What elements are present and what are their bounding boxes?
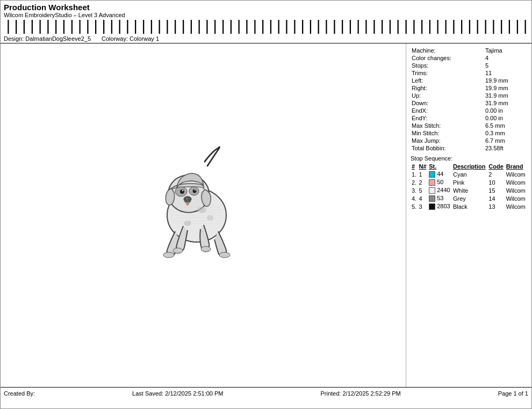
seq-description: Pink bbox=[452, 178, 487, 186]
svg-point-2 bbox=[219, 252, 230, 258]
seq-col-desc: Description bbox=[452, 163, 487, 170]
seq-brand: Wilcom bbox=[505, 186, 527, 194]
dog-illustration bbox=[140, 145, 253, 265]
right-info-panel: Machine: Tajima Color changes: 4 Stops: … bbox=[406, 43, 531, 387]
table-row: 5. 3 2803 Black 13 Wilcom bbox=[411, 202, 527, 210]
seq-col-hash: # bbox=[411, 163, 418, 170]
color-swatch bbox=[429, 171, 435, 178]
max-jump-value: 6.7 mm bbox=[484, 137, 527, 144]
min-stitch-value: 0.3 mm bbox=[484, 129, 527, 137]
stop-sequence-title: Stop Sequence: bbox=[411, 155, 527, 162]
seq-num: 4. bbox=[411, 194, 418, 202]
max-stitch-value: 6.5 mm bbox=[484, 122, 527, 129]
printed: Printed: 2/12/2025 2:52:29 PM bbox=[320, 390, 400, 397]
up-value: 31.9 mm bbox=[484, 92, 527, 99]
left-label: Left: bbox=[411, 77, 484, 84]
sequence-table: # N# St. Description Code Brand 1. 1 44 … bbox=[411, 163, 527, 210]
seq-brand: Wilcom bbox=[505, 194, 527, 202]
stops-label: Stops: bbox=[411, 62, 484, 69]
color-changes-value: 4 bbox=[484, 54, 527, 62]
barcode: ||||||||||||||||||||||||||||||||||||||||… bbox=[4, 19, 532, 34]
design-canvas bbox=[1, 43, 406, 387]
total-bobbin-label: Total Bobbin: bbox=[411, 144, 484, 152]
seq-description: Grey bbox=[452, 194, 487, 202]
svg-point-11 bbox=[186, 198, 188, 200]
seq-description: Cyan bbox=[452, 170, 487, 178]
down-value: 31.9 mm bbox=[484, 99, 527, 107]
color-swatch bbox=[429, 195, 435, 202]
design-label-text: Design: DalmatianDogSleeve2_5 bbox=[4, 35, 91, 42]
seq-code: 14 bbox=[487, 194, 505, 202]
seq-num: 3. bbox=[411, 186, 418, 194]
machine-value: Tajima bbox=[484, 47, 527, 54]
seq-brand: Wilcom bbox=[505, 178, 527, 186]
endx-value: 0.00 in bbox=[484, 107, 527, 114]
down-label: Down: bbox=[411, 99, 484, 107]
page-header: Production Worksheet Wilcom EmbroiderySt… bbox=[1, 1, 531, 43]
seq-description: White bbox=[452, 186, 487, 194]
endx-label: EndX: bbox=[411, 107, 484, 114]
table-row: 3. 5 2440 White 15 Wilcom bbox=[411, 186, 527, 194]
seq-brand: Wilcom bbox=[505, 202, 527, 210]
subtitle: Wilcom EmbroideryStudio – Level 3 Advanc… bbox=[4, 12, 532, 18]
page-title: Production Worksheet bbox=[4, 3, 532, 12]
table-row: 2. 2 50 Pink 10 Wilcom bbox=[411, 178, 527, 186]
max-stitch-label: Max Stitch: bbox=[411, 122, 484, 129]
colorway-label-text: Colorway: Colorway 1 bbox=[102, 35, 159, 42]
seq-code: 2 bbox=[487, 170, 505, 178]
table-row: 4. 4 53 Grey 14 Wilcom bbox=[411, 194, 527, 202]
seq-col-brand: Brand bbox=[505, 163, 527, 170]
color-swatch bbox=[429, 203, 435, 210]
design-value: DalmatianDogSleeve2_5 bbox=[25, 35, 91, 42]
color-changes-label: Color changes: bbox=[411, 54, 484, 62]
machine-info-table: Machine: Tajima Color changes: 4 Stops: … bbox=[411, 47, 527, 152]
seq-st: 53 bbox=[428, 194, 452, 202]
seq-n: 2 bbox=[418, 178, 428, 186]
seq-n: 4 bbox=[418, 194, 428, 202]
endy-label: EndY: bbox=[411, 114, 484, 122]
trims-value: 11 bbox=[484, 69, 527, 77]
svg-point-9 bbox=[195, 189, 196, 191]
seq-num: 5. bbox=[411, 202, 418, 210]
seq-code: 10 bbox=[487, 178, 505, 186]
color-swatch bbox=[429, 179, 435, 186]
machine-label: Machine: bbox=[411, 47, 484, 54]
seq-n: 1 bbox=[418, 170, 428, 178]
right-label: Right: bbox=[411, 84, 484, 92]
seq-col-n: N# bbox=[418, 163, 428, 170]
seq-brand: Wilcom bbox=[505, 170, 527, 178]
page-number: Page 1 of 1 bbox=[498, 390, 528, 397]
design-info: Design: DalmatianDogSleeve2_5 Colorway: … bbox=[4, 35, 532, 42]
min-stitch-label: Min Stitch: bbox=[411, 129, 484, 137]
svg-point-8 bbox=[182, 190, 183, 191]
seq-description: Black bbox=[452, 202, 487, 210]
endy-value: 0.00 in bbox=[484, 114, 527, 122]
up-label: Up: bbox=[411, 92, 484, 99]
seq-st: 50 bbox=[428, 178, 452, 186]
page-footer: Created By: Last Saved: 2/12/2025 2:51:0… bbox=[1, 387, 531, 399]
total-bobbin-value: 23.58ft bbox=[484, 144, 527, 152]
left-value: 19.9 mm bbox=[484, 77, 527, 84]
seq-col-st: St. bbox=[428, 163, 452, 170]
seq-col-code: Code bbox=[487, 163, 505, 170]
colorway-value: Colorway 1 bbox=[130, 35, 159, 42]
right-value: 19.9 mm bbox=[484, 84, 527, 92]
stops-value: 5 bbox=[484, 62, 527, 69]
trims-label: Trims: bbox=[411, 69, 484, 77]
seq-st: 44 bbox=[428, 170, 452, 178]
last-saved: Last Saved: 2/12/2025 2:51:00 PM bbox=[132, 390, 223, 397]
main-area: Machine: Tajima Color changes: 4 Stops: … bbox=[1, 43, 531, 387]
svg-point-1 bbox=[163, 252, 174, 258]
svg-point-6 bbox=[180, 189, 184, 194]
seq-code: 13 bbox=[487, 202, 505, 210]
header-left: Production Worksheet Wilcom EmbroiderySt… bbox=[4, 3, 532, 42]
seq-code: 15 bbox=[487, 186, 505, 194]
seq-n: 3 bbox=[418, 202, 428, 210]
created-by: Created By: bbox=[4, 390, 35, 397]
max-jump-label: Max Jump: bbox=[411, 137, 484, 144]
seq-num: 2. bbox=[411, 178, 418, 186]
seq-st: 2440 bbox=[428, 186, 452, 194]
seq-n: 5 bbox=[418, 186, 428, 194]
table-row: 1. 1 44 Cyan 2 Wilcom bbox=[411, 170, 527, 178]
svg-point-7 bbox=[193, 189, 197, 193]
